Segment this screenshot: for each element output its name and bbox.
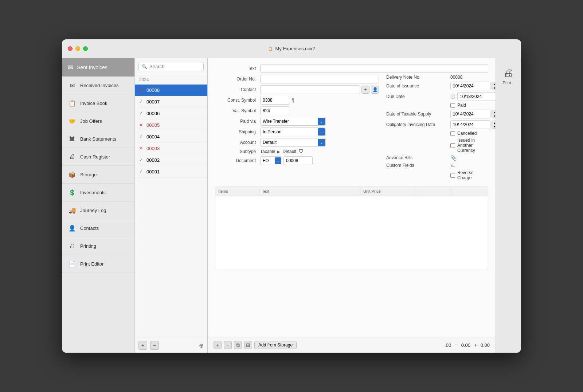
- title-icon: 🗒: [268, 46, 273, 52]
- contact-person-button[interactable]: 👤: [371, 86, 379, 94]
- invoice-number-00004: 00004: [146, 134, 160, 140]
- paid-checkbox[interactable]: [450, 103, 455, 108]
- bank-statements-icon: 🏛: [68, 134, 77, 143]
- advance-bills-icon[interactable]: 📎: [450, 155, 457, 161]
- sidebar-item-label: Contacts: [80, 226, 99, 231]
- text-input[interactable]: [260, 64, 488, 73]
- add-item-button[interactable]: +: [214, 341, 222, 349]
- date-issuance-row: Date of Issuance ▲ ▼: [386, 82, 488, 90]
- date-taxable-down[interactable]: ▼: [492, 114, 496, 118]
- document-number-input[interactable]: [283, 156, 313, 165]
- print-area: 🖨 Print...: [496, 58, 521, 353]
- date-issuance-down[interactable]: ▼: [492, 86, 496, 90]
- invoice-item-00004[interactable]: ✓ 00004: [135, 131, 207, 143]
- print-button[interactable]: 🖨 Print...: [500, 64, 517, 88]
- items-table-header: Items Text Unit Price: [215, 187, 488, 196]
- due-date-input[interactable]: [457, 92, 496, 101]
- sidebar-item-label: Investments: [80, 190, 106, 195]
- minimize-button[interactable]: [75, 46, 80, 51]
- invoice-item-00003[interactable]: ✕ 00003: [135, 143, 207, 154]
- sidebar-item-invoice-book[interactable]: 📋 Invoice Book: [62, 94, 134, 112]
- sidebar-item-contacts[interactable]: 👤 Contacts: [62, 219, 134, 237]
- date-taxable-input[interactable]: [450, 110, 490, 118]
- invoice-item-00002[interactable]: ✓ 00002: [135, 154, 207, 166]
- invoice-item-00007[interactable]: ✓ 00007: [135, 96, 207, 108]
- date-taxable-up[interactable]: ▲: [492, 110, 496, 114]
- var-symbol-input[interactable]: [260, 106, 289, 115]
- sidebar-item-job-offers[interactable]: 🤝 Job Offers: [62, 112, 134, 130]
- sidebar: ✉ Sent Invoices ✉ Received Invoices 📋 In…: [62, 58, 135, 353]
- form-left: Order No. Contact + 👤: [215, 75, 379, 182]
- sidebar-item-cash-register[interactable]: 🖨 Cash Register: [62, 148, 134, 166]
- printer-icon: 🖨: [503, 67, 513, 79]
- due-date-row: Due Date 🕐 ▲ ▼: [386, 92, 488, 101]
- contact-row: Contact + 👤: [215, 85, 379, 94]
- obligatory-date-stepper[interactable]: ▲ ▼: [492, 121, 496, 129]
- items-table-body: [215, 196, 488, 269]
- document-type-select[interactable]: FO IN: [260, 156, 282, 165]
- sidebar-item-storage[interactable]: 📦 Storage: [62, 166, 134, 184]
- invoice-item-00001[interactable]: ✓ 00001: [135, 166, 207, 178]
- more-options-button[interactable]: ⊕: [199, 342, 204, 349]
- invoice-item-00008[interactable]: ✕ 00008: [135, 85, 207, 96]
- invoice-number-00008: 00008: [146, 87, 160, 93]
- reverse-charge-checkbox[interactable]: [450, 173, 455, 178]
- invoice-number-00007: 00007: [146, 99, 160, 105]
- order-no-row: Order No.: [215, 75, 379, 83]
- sidebar-item-received-invoices[interactable]: ✉ Received Invoices: [62, 77, 134, 94]
- invoice-status-check-icon: ✓: [139, 99, 144, 104]
- sidebar-item-investments[interactable]: 💲 Investments: [62, 184, 134, 201]
- const-symbol-row: Const. Symbol ¶: [215, 96, 379, 105]
- contact-input[interactable]: [260, 85, 360, 94]
- received-invoices-icon: ✉: [68, 81, 77, 90]
- duplicate-item-button[interactable]: ⧉: [234, 341, 242, 349]
- account-select[interactable]: Default Account 1: [260, 138, 326, 147]
- remove-invoice-button[interactable]: −: [150, 341, 159, 350]
- title-text: My Expenses.ucx2: [275, 46, 315, 51]
- cancelled-checkbox[interactable]: [450, 131, 455, 136]
- paid-row: Paid: [386, 103, 488, 108]
- remove-item-button[interactable]: −: [224, 341, 232, 349]
- window-title: 🗒 My Expenses.ucx2: [268, 46, 315, 52]
- custom-fields-icon[interactable]: 🏷: [450, 162, 455, 168]
- date-issuance-stepper[interactable]: ▲ ▼: [492, 82, 496, 90]
- obligatory-date-up[interactable]: ▲: [492, 121, 496, 125]
- subtype-value: Taxable: [260, 149, 275, 154]
- items-col-unit-price: Unit Price: [360, 187, 415, 196]
- shipping-select[interactable]: In Person Post Courier: [260, 128, 326, 136]
- issued-currency-row: Issued in Another Currency: [386, 138, 488, 153]
- order-no-input[interactable]: [260, 75, 379, 83]
- obligatory-date-down[interactable]: ▼: [492, 125, 496, 128]
- date-issuance-up[interactable]: ▲: [492, 82, 496, 86]
- const-symbol-input[interactable]: [260, 96, 289, 105]
- search-bar: 🔍: [135, 58, 207, 75]
- invoice-status-x-icon: ✕: [139, 123, 144, 128]
- invoice-number-00005: 00005: [146, 122, 160, 128]
- contact-add-button[interactable]: +: [361, 86, 369, 94]
- sidebar-item-bank-statements[interactable]: 🏛 Bank Statements: [62, 130, 134, 148]
- close-button[interactable]: [68, 46, 73, 51]
- add-from-storage-button[interactable]: Add from Storage: [254, 341, 297, 349]
- delivery-note-label: Delivery Note No.: [386, 75, 448, 80]
- plus-sign: +: [474, 342, 477, 348]
- tax-amount: 0.00: [481, 342, 490, 348]
- invoice-item-00005[interactable]: ✕ 00005: [135, 119, 207, 131]
- clock-icon: 🕐: [450, 94, 455, 99]
- sidebar-header[interactable]: ✉ Sent Invoices: [62, 58, 134, 77]
- equals-sign: =: [455, 342, 458, 348]
- job-offers-icon: 🤝: [68, 117, 77, 125]
- sidebar-item-journey-log[interactable]: 🚚 Journey Log: [62, 201, 134, 219]
- sidebar-item-printing[interactable]: 🖨 Printing: [62, 237, 134, 255]
- date-issuance-input[interactable]: [450, 82, 490, 90]
- maximize-button[interactable]: [83, 46, 88, 51]
- cash-register-icon: 🖨: [68, 152, 77, 161]
- search-input[interactable]: [149, 64, 200, 69]
- paid-via-select[interactable]: Wire Transfer In Person Bank Transfer Ca…: [260, 117, 326, 126]
- sidebar-item-print-editor[interactable]: 📄 Print Editor: [62, 255, 134, 273]
- obligatory-date-input[interactable]: [450, 120, 490, 129]
- grid-button[interactable]: ⊞: [244, 341, 252, 349]
- invoice-item-00006[interactable]: ✓ 00006: [135, 108, 207, 119]
- issued-currency-checkbox[interactable]: [450, 143, 455, 148]
- date-taxable-stepper[interactable]: ▲ ▼: [492, 110, 496, 118]
- add-invoice-button[interactable]: +: [138, 341, 147, 350]
